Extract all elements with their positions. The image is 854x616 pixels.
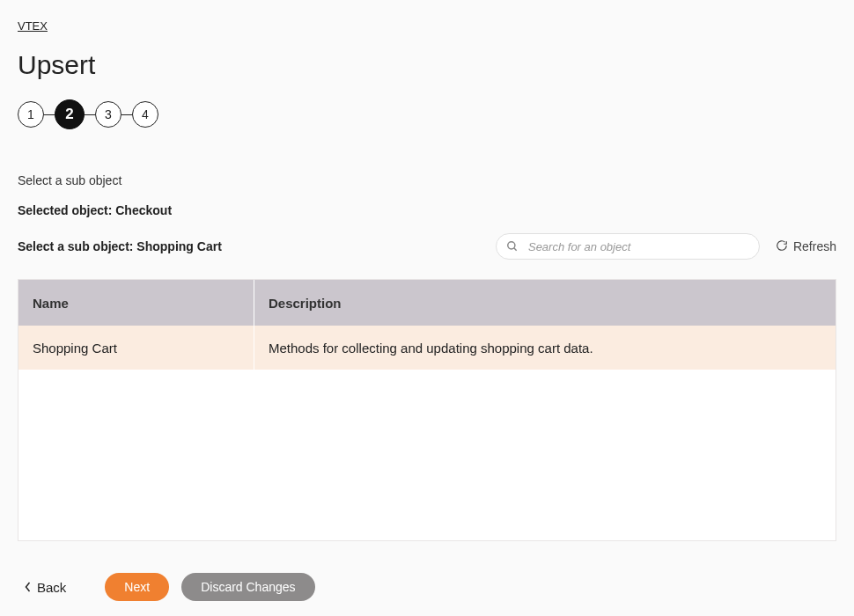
search-input[interactable] [496, 233, 760, 260]
cell-description: Methods for collecting and updating shop… [254, 341, 836, 356]
table-header: Name Description [18, 280, 836, 326]
column-header-name: Name [18, 280, 254, 326]
section-subhead: Select a sub object [18, 173, 836, 187]
refresh-icon [776, 239, 788, 254]
svg-line-1 [514, 248, 517, 251]
discard-changes-button[interactable]: Discard Changes [181, 573, 314, 601]
refresh-button[interactable]: Refresh [776, 239, 836, 254]
table-row[interactable]: Shopping Cart Methods for collecting and… [18, 326, 836, 370]
back-label: Back [37, 580, 66, 595]
select-sub-object-label: Select a sub object: Shopping Cart [18, 239, 496, 253]
step-connector [121, 114, 132, 115]
step-2[interactable]: 2 [55, 99, 85, 129]
step-connector [85, 114, 95, 115]
cell-name: Shopping Cart [18, 326, 254, 370]
svg-point-0 [508, 242, 515, 249]
next-button[interactable]: Next [105, 573, 169, 601]
step-connector [44, 114, 55, 115]
page-title: Upsert [18, 50, 836, 80]
sub-object-table: Name Description Shopping Cart Methods f… [18, 279, 836, 541]
wizard-footer: Back Next Discard Changes [18, 573, 836, 601]
step-4[interactable]: 4 [132, 101, 158, 128]
column-header-description: Description [254, 296, 836, 311]
step-3[interactable]: 3 [95, 101, 121, 128]
selected-object-label: Selected object: Checkout [18, 203, 836, 217]
chevron-left-icon [25, 580, 32, 595]
breadcrumb[interactable]: VTEX [18, 19, 48, 33]
refresh-label: Refresh [793, 239, 836, 253]
back-button[interactable]: Back [25, 580, 66, 595]
wizard-steps: 1 2 3 4 [18, 99, 836, 129]
step-1[interactable]: 1 [18, 101, 44, 128]
search-icon [506, 240, 519, 253]
